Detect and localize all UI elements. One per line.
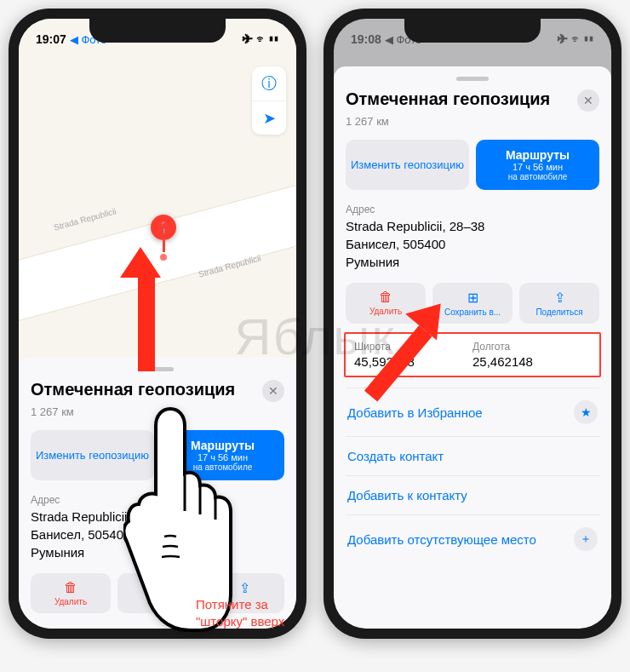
notch: [89, 19, 226, 43]
share-button[interactable]: ⇪ Поделиться: [519, 283, 599, 324]
address-label: Адрес: [346, 204, 599, 215]
card-title: Отмеченная геопозиция: [31, 380, 235, 399]
delete-button[interactable]: 🗑 Удалить: [31, 573, 111, 613]
share-icon: ⇪: [523, 290, 596, 306]
create-contact-row[interactable]: Создать контакт: [346, 436, 599, 475]
notch: [404, 19, 541, 43]
longitude[interactable]: Долгота 25,462148: [472, 341, 591, 369]
phone-right: 19:08 ◀ Фото ✈ ᯤ ▮▮ Отмеченная геопозици…: [324, 9, 621, 639]
card-distance: 1 267 км: [346, 115, 599, 128]
card-grabber[interactable]: [456, 77, 489, 81]
routes-button[interactable]: Маршруты 17 ч 56 мин на автомобиле: [476, 140, 599, 190]
status-icons: ✈ ᯤ ▮▮: [243, 33, 279, 45]
close-icon[interactable]: ✕: [262, 380, 284, 402]
road-label: Strada Republicii: [53, 206, 117, 232]
edit-location-button[interactable]: Изменить геопозицию: [346, 140, 469, 190]
add-to-contact-row[interactable]: Добавить к контакту: [346, 475, 599, 514]
add-missing-place-row[interactable]: Добавить отсутствующее место ＋: [346, 514, 599, 563]
locate-icon[interactable]: ➤: [252, 101, 286, 135]
place-card-expanded[interactable]: Отмеченная геопозиция ✕ 1 267 км Изменит…: [334, 66, 611, 629]
star-icon: ★: [574, 400, 598, 424]
card-title: Отмеченная геопозиция: [346, 89, 550, 109]
plus-icon: ＋: [574, 527, 598, 551]
status-time: 19:07: [36, 32, 66, 46]
trash-icon: 🗑: [34, 580, 107, 595]
swipe-up-arrow: [132, 247, 161, 371]
status-time: 19:08: [351, 32, 381, 46]
plus-square-icon: ⊞: [436, 290, 509, 306]
info-icon[interactable]: ⓘ: [252, 66, 286, 101]
map-controls: ⓘ ➤: [252, 66, 286, 135]
status-icons: ✈ ᯤ ▮▮: [558, 33, 594, 45]
swipe-hint-text: Потяните за "шторку" вверх: [196, 596, 315, 629]
address-text: Strada Republicii, 28–38 Банисел, 505400…: [346, 217, 599, 271]
trash-icon: 🗑: [349, 290, 422, 305]
close-icon[interactable]: ✕: [577, 89, 599, 112]
